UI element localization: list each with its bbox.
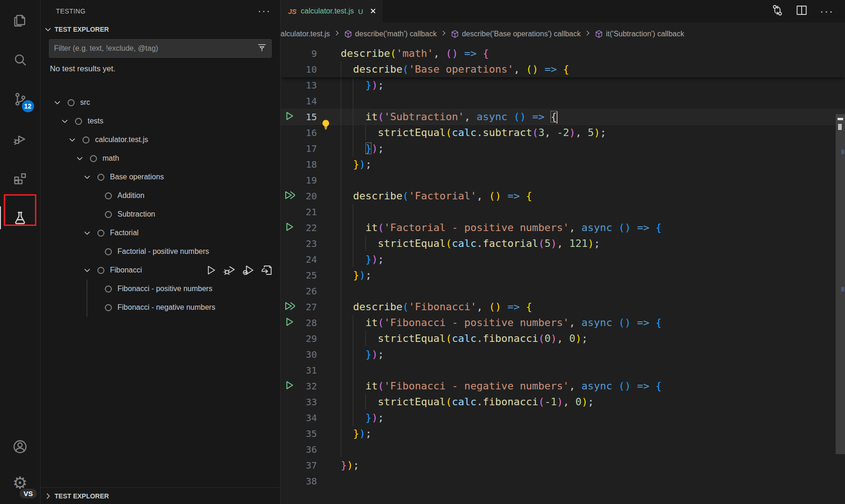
- goto-test-icon[interactable]: [261, 264, 273, 276]
- indent-guide: [365, 236, 366, 252]
- test-explorer-section-header[interactable]: TEST EXPLORER: [41, 22, 280, 36]
- indent-guide: [341, 204, 341, 220]
- activity-bar-item-source-control[interactable]: 12: [0, 79, 41, 119]
- line-number: 38: [298, 476, 317, 487]
- symbol-namespace-icon: [595, 30, 603, 38]
- line-number: 24: [298, 254, 317, 265]
- indent-guide: [341, 267, 341, 283]
- debug-test-icon[interactable]: [223, 264, 235, 276]
- code-text: });: [341, 77, 384, 93]
- chevron-down-icon[interactable]: [61, 117, 69, 125]
- tree-item-fibonacci[interactable]: Fibonacci: [41, 261, 280, 279]
- chevron-down-icon[interactable]: [69, 136, 76, 143]
- scrollbar-slider[interactable]: [836, 114, 845, 454]
- test-filter-box: [49, 39, 272, 58]
- gutter-glyph-margin[interactable]: [281, 300, 298, 313]
- run-test-icon[interactable]: [206, 265, 217, 276]
- line-number: 25: [298, 270, 317, 281]
- indent-guide: [353, 93, 353, 109]
- code-editor[interactable]: 13 });1415 it('Subtraction', async () =>…: [281, 46, 845, 504]
- tree-item-addition[interactable]: Addition: [41, 186, 280, 205]
- tree-indent-guide: [87, 279, 87, 298]
- breadcrumb-item-3[interactable]: it('Subtraction') callback: [595, 30, 684, 38]
- activity-bar-item-account[interactable]: [0, 429, 41, 465]
- activity-bar-item-explorer[interactable]: [0, 0, 41, 40]
- activity-bar-item-run-debug[interactable]: [0, 119, 41, 158]
- breadcrumb-item-2[interactable]: describe('Base operations') callback: [451, 30, 581, 38]
- activity-bar-item-search[interactable]: [0, 40, 41, 79]
- close-tab-icon[interactable]: ×: [370, 6, 376, 16]
- tree-item-factorial-positive-numbers[interactable]: Factorial - positive numbers: [41, 242, 280, 261]
- line-number: 26: [298, 286, 317, 297]
- code-line-32: 32 it('Fibonacci - negative numbers', as…: [281, 378, 845, 394]
- activity-bar-item-testing[interactable]: [0, 198, 41, 238]
- tree-item-fibonacci-negative-numbers[interactable]: Fibonacci - negative numbers: [41, 298, 280, 317]
- split-editor-icon[interactable]: [796, 4, 808, 18]
- tab-calculator-test-js[interactable]: JS calculator.test.js U ×: [281, 0, 383, 22]
- tree-item-factorial[interactable]: Factorial: [41, 224, 280, 242]
- run-test-gutter-icon[interactable]: [284, 317, 295, 329]
- run-all-tests-gutter-icon[interactable]: [284, 300, 295, 313]
- line-number: 28: [298, 317, 317, 328]
- chevron-down-icon[interactable]: [76, 155, 83, 162]
- tree-item-label: Subtraction: [117, 210, 155, 218]
- run-test-gutter-icon[interactable]: [284, 222, 295, 234]
- line-number: 20: [298, 191, 317, 202]
- line-number: 21: [298, 206, 317, 218]
- gutter-glyph-margin[interactable]: [281, 190, 298, 203]
- tree-item-src[interactable]: src: [41, 93, 280, 112]
- code-text: strictEqual(calc.factorial(5), 121);: [341, 236, 600, 252]
- test-filter-input[interactable]: [54, 44, 257, 53]
- indent-guide: [341, 236, 341, 252]
- breadcrumb-item-1[interactable]: describe('math') callback: [344, 30, 437, 38]
- tree-item-base-operations[interactable]: Base operations: [41, 168, 280, 186]
- chevron-down-icon[interactable]: [83, 173, 91, 181]
- filter-icon[interactable]: [257, 43, 267, 54]
- tree-item-label: Fibonacci - positive numbers: [117, 285, 213, 293]
- chevron-down-icon[interactable]: [83, 266, 91, 274]
- editor-group: JS calculator.test.js U ×: [281, 0, 845, 504]
- more-actions-icon[interactable]: ···: [820, 5, 834, 18]
- indent-guide: [365, 331, 366, 347]
- tree-item-tests[interactable]: tests: [41, 112, 280, 130]
- run-test-gutter-icon[interactable]: [284, 380, 295, 392]
- chevron-down-icon[interactable]: [83, 229, 91, 237]
- line-number: 10: [298, 64, 317, 75]
- gutter-glyph-margin[interactable]: [281, 380, 298, 392]
- activity-bar-item-settings[interactable]: ⚙VS: [0, 465, 41, 501]
- section-label: TEST EXPLORER: [55, 26, 109, 33]
- tree-item-fibonacci-positive-numbers[interactable]: Fibonacci - positive numbers: [41, 279, 280, 298]
- test-state-circle-icon: [68, 99, 75, 106]
- code-text: });: [341, 426, 371, 442]
- tree-item-subtraction[interactable]: Subtraction: [41, 205, 280, 224]
- indent-guide: [353, 141, 353, 157]
- run-all-tests-gutter-icon[interactable]: [284, 190, 295, 203]
- open-changes-icon[interactable]: [771, 4, 783, 18]
- tree-item-label: Addition: [117, 191, 144, 200]
- gutter-glyph-margin[interactable]: [281, 111, 298, 123]
- activity-bar-item-extensions[interactable]: [0, 158, 41, 198]
- tab-title: calculator.test.js: [301, 7, 354, 15]
- breadcrumb-separator-icon: [334, 30, 340, 38]
- run-coverage-icon[interactable]: [242, 264, 254, 276]
- tree-item-math[interactable]: math: [41, 149, 280, 168]
- gutter-glyph-margin[interactable]: [281, 317, 298, 329]
- no-test-results-text: No test results yet.: [50, 64, 280, 74]
- tree-item-calculator-test-js[interactable]: calculator.test.js: [41, 130, 280, 149]
- indent-guide: [353, 252, 353, 267]
- breadcrumb-item-0[interactable]: alculator.test.js: [281, 30, 330, 38]
- code-line-22: 22 it('Factorial - positive numbers', as…: [281, 220, 845, 236]
- line-number: 35: [298, 428, 317, 439]
- gutter-glyph-margin[interactable]: [281, 222, 298, 234]
- chevron-down-icon: [44, 26, 52, 33]
- run-test-gutter-icon[interactable]: [284, 111, 295, 123]
- sidebar-more-actions-icon[interactable]: ···: [258, 5, 271, 17]
- breadcrumb-separator-icon: [440, 30, 447, 38]
- line-number: 36: [298, 444, 317, 455]
- test-explorer-collapsed-section[interactable]: TEST EXPLORER: [41, 487, 280, 504]
- test-state-circle-icon: [82, 136, 89, 143]
- line-number: 30: [298, 349, 317, 360]
- line-number: 9: [298, 48, 317, 59]
- chevron-down-icon[interactable]: [54, 99, 61, 106]
- breadcrumb-separator-icon: [584, 30, 591, 38]
